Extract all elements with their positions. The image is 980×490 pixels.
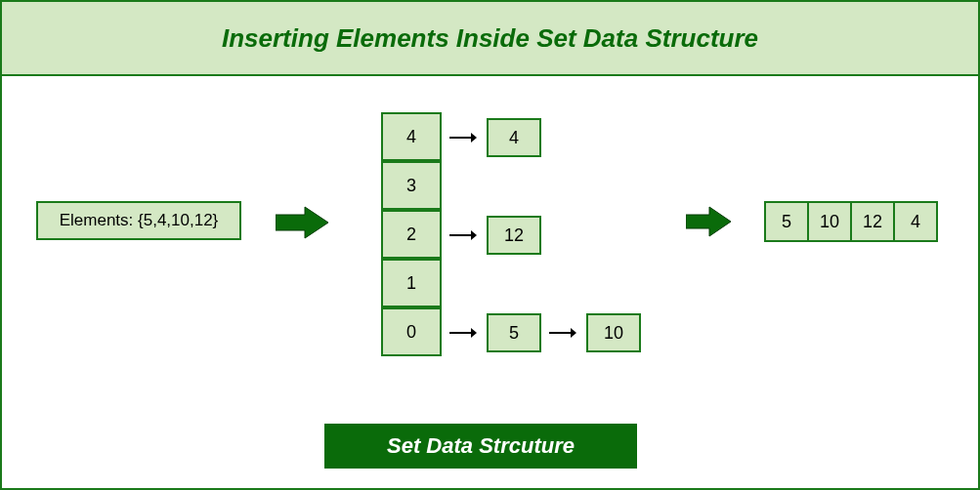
svg-marker-6 (471, 328, 477, 338)
svg-marker-8 (571, 328, 576, 338)
arrow-icon (449, 228, 477, 242)
hash-table: 4 4 3 2 12 1 0 (381, 113, 641, 357)
svg-marker-9 (686, 207, 731, 236)
hash-bucket: 4 (381, 112, 442, 161)
hash-chain-node: 10 (586, 313, 641, 352)
result-set: 5 10 12 4 (764, 201, 938, 242)
diagram-container: Inserting Elements Inside Set Data Struc… (0, 0, 980, 490)
footer-label-box: Set Data Strcuture (324, 424, 637, 469)
svg-marker-4 (471, 230, 477, 240)
footer-label-text: Set Data Strcuture (387, 433, 575, 459)
diagram-content: Elements: {5,4,10,12} 4 4 3 2 (2, 76, 978, 488)
hash-bucket: 0 (381, 307, 442, 356)
arrow-icon (449, 131, 477, 144)
hash-bucket: 3 (381, 161, 442, 210)
hash-bucket: 1 (381, 259, 442, 307)
svg-marker-2 (471, 133, 477, 143)
arrow-icon (276, 205, 330, 244)
hash-chain-node: 5 (487, 313, 541, 352)
hash-row: 0 5 10 (381, 308, 641, 357)
hash-row: 4 4 (381, 113, 641, 162)
header-bar: Inserting Elements Inside Set Data Struc… (2, 2, 978, 76)
diagram-title: Inserting Elements Inside Set Data Struc… (222, 23, 758, 54)
hash-chain-node: 12 (487, 216, 541, 255)
result-cell: 12 (850, 201, 895, 242)
input-elements-text: Elements: {5,4,10,12} (60, 211, 219, 230)
arrow-icon (549, 326, 576, 340)
hash-row: 2 12 (381, 211, 641, 260)
result-cell: 10 (807, 201, 852, 242)
svg-marker-0 (276, 207, 328, 238)
hash-row: 3 (381, 162, 641, 211)
hash-chain-node: 4 (487, 118, 541, 157)
hash-bucket: 2 (381, 210, 442, 259)
hash-row: 1 (381, 260, 641, 308)
input-elements-box: Elements: {5,4,10,12} (36, 201, 241, 240)
arrow-icon (449, 326, 477, 340)
result-cell: 4 (893, 201, 938, 242)
arrow-icon (686, 205, 733, 242)
result-cell: 5 (764, 201, 809, 242)
